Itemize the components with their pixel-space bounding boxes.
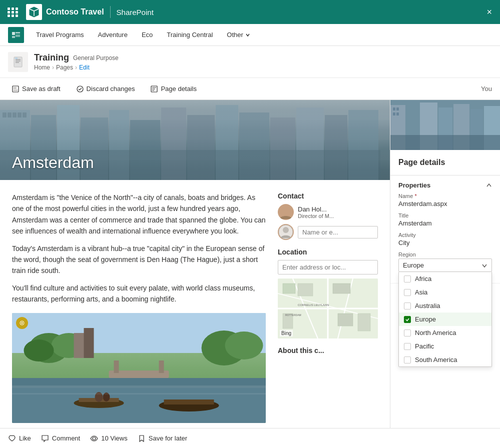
region-checkbox-south-america <box>404 356 411 364</box>
region-checkbox-pacific <box>404 343 411 350</box>
contact-avatar-1 <box>278 204 294 220</box>
page-content: Amsterdam Amsterdam is "the Venice of th… <box>0 100 390 428</box>
properties-section: Properties Name * Amsterdam.aspx Title A… <box>390 176 500 284</box>
properties-toggle[interactable]: Properties <box>398 182 492 189</box>
breadcrumb-home[interactable]: Home <box>34 64 50 71</box>
region-checkbox-australia <box>404 302 411 310</box>
site-logo <box>8 27 24 43</box>
bookmark-icon <box>138 434 146 442</box>
page-details-panel: Page details Properties Name * Amsterdam… <box>390 100 500 428</box>
activity-label: Activity <box>398 232 492 238</box>
waffle-menu-button[interactable] <box>6 5 20 19</box>
region-dropdown-menu: Africa Asia Australia <box>398 272 492 367</box>
panel-header: Page details <box>390 150 500 176</box>
region-option-north-america[interactable]: North America <box>399 326 491 340</box>
svg-rect-67 <box>393 108 395 110</box>
contact-person2 <box>278 224 378 240</box>
svg-text:ROTTERDAM: ROTTERDAM <box>285 314 301 316</box>
contact-name-1: Dan Hol... <box>298 206 334 213</box>
map-placeholder: CORNELIS LELYLAAN ROTTERDAM Bing <box>278 278 378 338</box>
svg-rect-33 <box>84 328 94 358</box>
region-label: Region <box>398 252 492 258</box>
name-required: * <box>414 193 416 199</box>
title-field: Title Amsterdam <box>398 212 492 227</box>
location-input[interactable] <box>278 260 378 274</box>
region-checkbox-africa <box>404 276 411 282</box>
image-edit-icon[interactable] <box>16 317 28 329</box>
discard-button[interactable]: Discard changes <box>73 83 139 94</box>
properties-label: Properties <box>398 182 430 189</box>
region-option-asia[interactable]: Asia <box>399 286 491 299</box>
save-later-button[interactable]: Save for later <box>138 434 187 442</box>
region-checkbox-north-america <box>404 330 411 336</box>
body-para1: Amsterdam is "the Venice of the North"--… <box>12 192 266 237</box>
comment-button[interactable]: Comment <box>41 434 80 442</box>
contact-title: Contact <box>278 192 378 200</box>
nav-training[interactable]: Training Central <box>161 27 219 42</box>
contact-role-1: Director of M... <box>298 213 334 219</box>
svg-rect-6 <box>3 112 7 118</box>
body-para3: You'll find culture and activities to su… <box>12 282 266 305</box>
region-option-australia[interactable]: Australia <box>399 299 491 312</box>
nav-bar: Travel Programs Adventure Eco Training C… <box>0 24 500 46</box>
svg-point-72 <box>93 437 96 440</box>
svg-rect-42 <box>159 360 164 373</box>
svg-point-29 <box>24 340 54 362</box>
name-value: Amsterdam.aspx <box>398 200 492 208</box>
region-option-africa[interactable]: Africa <box>399 272 491 286</box>
toolbar-user: You <box>481 85 492 92</box>
region-option-europe[interactable]: Europe <box>399 312 491 326</box>
svg-text:CORNELIS LELYLAAN: CORNELIS LELYLAAN <box>298 304 329 306</box>
svg-rect-39 <box>164 400 214 404</box>
svg-rect-46 <box>12 393 266 394</box>
app-logo: Contoso Travel <box>26 4 104 20</box>
title-label: Title <box>398 212 492 218</box>
canal-image <box>12 313 266 423</box>
sharepoint-label: SharePoint <box>117 8 154 16</box>
breadcrumb-edit[interactable]: Edit <box>79 64 90 71</box>
svg-rect-68 <box>396 108 399 110</box>
svg-point-49 <box>283 227 289 233</box>
site-title[interactable]: Travel Programs <box>30 27 90 42</box>
nav-eco[interactable]: Eco <box>136 27 159 42</box>
svg-rect-56 <box>358 314 370 331</box>
contact-avatar-2 <box>278 224 294 240</box>
region-dropdown[interactable]: Europe <box>398 258 492 272</box>
top-bar: Contoso Travel SharePoint × <box>0 0 500 24</box>
location-title: Location <box>278 248 378 256</box>
name-label: Name <box>398 193 413 199</box>
contact-person1: Dan Hol... Director of M... <box>278 204 378 220</box>
svg-rect-53 <box>333 284 350 294</box>
activity-value: City <box>398 239 492 246</box>
svg-rect-71 <box>390 135 500 150</box>
svg-rect-70 <box>396 112 399 116</box>
page-details-button[interactable]: Page details <box>147 83 201 94</box>
page-icon <box>8 52 28 72</box>
breadcrumb-pages[interactable]: Pages <box>56 64 73 71</box>
svg-rect-7 <box>8 112 12 118</box>
region-checkbox-europe <box>404 316 411 323</box>
views-display: 10 Views <box>90 434 128 442</box>
hero-image: Amsterdam <box>0 100 390 180</box>
views-icon <box>90 434 98 442</box>
chevron-up-icon <box>486 182 492 188</box>
region-dropdown-container: Europe Africa Asia <box>398 258 492 272</box>
region-option-south-america[interactable]: South America <box>399 353 491 366</box>
toolbar: Save as draft Discard changes Page detai… <box>0 78 500 100</box>
about-section: About this c... <box>278 346 378 354</box>
like-button[interactable]: Like <box>8 434 31 442</box>
about-title: About this c... <box>278 346 378 354</box>
save-draft-button[interactable]: Save as draft <box>8 83 65 94</box>
svg-rect-69 <box>393 112 395 116</box>
map-bing-label: Bing <box>280 330 293 336</box>
region-field: Region Europe Africa Asia <box>398 252 492 272</box>
nav-other[interactable]: Other <box>221 27 256 42</box>
name-field: Name * Amsterdam.aspx <box>398 193 492 208</box>
bottom-bar: Like Comment 10 Views Save for later <box>0 428 500 448</box>
svg-rect-1 <box>15 58 18 59</box>
close-button[interactable]: × <box>484 5 494 20</box>
nav-adventure[interactable]: Adventure <box>92 27 134 42</box>
region-option-pacific[interactable]: Pacific <box>399 340 491 353</box>
contact-input-2[interactable] <box>298 226 378 238</box>
region-selected: Europe <box>403 262 424 269</box>
